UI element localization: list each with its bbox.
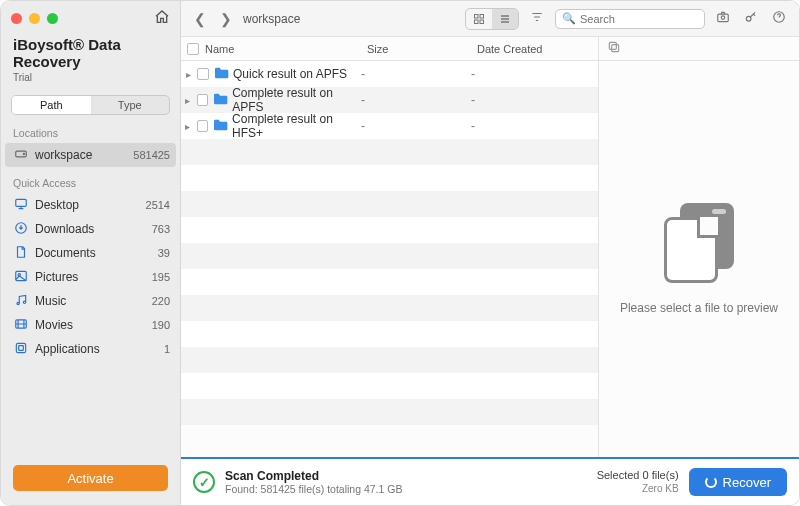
row-name: Complete result on HFS+ [232, 112, 361, 140]
status-subtitle: Found: 581425 file(s) totaling 47.1 GB [225, 483, 402, 495]
selection-count: Selected 0 file(s) [597, 469, 679, 482]
sidebar-item-label: Applications [35, 342, 164, 356]
svg-rect-13 [475, 20, 479, 24]
table-row [181, 139, 598, 165]
sidebar: iBoysoft® Data Recovery Trial Path Type … [1, 1, 181, 505]
sidebar-item-count: 1 [164, 343, 170, 355]
svg-rect-2 [16, 199, 27, 206]
svg-point-17 [746, 16, 751, 21]
nav-back-button[interactable]: ❮ [191, 11, 209, 27]
row-checkbox[interactable] [197, 68, 209, 80]
sidebar-item-workspace[interactable]: workspace 581425 [5, 143, 176, 167]
file-rows: ▸ Quick result on APFS - - ▸ [181, 61, 598, 457]
minimize-window-button[interactable] [29, 13, 40, 24]
folder-icon [212, 92, 228, 108]
table-row [181, 399, 598, 425]
chevron-right-icon[interactable]: ▸ [183, 121, 193, 132]
app-title: iBoysoft® Data Recovery [1, 32, 180, 72]
folder-icon [213, 66, 229, 82]
sidebar-item-count: 2514 [146, 199, 170, 211]
sidebar-item-desktop[interactable]: Desktop 2514 [1, 193, 180, 217]
sidebar-item-documents[interactable]: Documents 39 [1, 241, 180, 265]
column-header-size[interactable]: Size [361, 43, 471, 55]
chevron-right-icon[interactable]: ▸ [183, 69, 193, 80]
sidebar-item-count: 195 [152, 271, 170, 283]
table-row[interactable]: ▸ Complete result on APFS - - [181, 87, 598, 113]
sidebar-item-label: Downloads [35, 222, 152, 236]
recover-button[interactable]: Recover [689, 468, 787, 496]
table-row[interactable]: ▸ Complete result on HFS+ - - [181, 113, 598, 139]
selection-summary: Selected 0 file(s) Zero KB [597, 469, 679, 494]
quick-access-heading: Quick Access [1, 173, 180, 193]
row-date: - [471, 93, 598, 107]
svg-rect-9 [16, 343, 25, 352]
table-row[interactable]: ▸ Quick result on APFS - - [181, 61, 598, 87]
activate-button[interactable]: Activate [13, 465, 168, 491]
window-titlebar [1, 1, 180, 32]
desktop-icon [13, 197, 29, 214]
svg-rect-12 [480, 14, 484, 18]
sidebar-item-count: 581425 [133, 149, 170, 161]
table-row [181, 217, 598, 243]
row-size: - [361, 119, 471, 133]
status-check-icon: ✓ [193, 471, 215, 493]
svg-rect-11 [475, 14, 479, 18]
row-size: - [361, 67, 471, 81]
svg-rect-19 [612, 45, 619, 52]
column-header-date[interactable]: Date Created [471, 43, 598, 55]
sidebar-item-label: workspace [35, 148, 133, 162]
help-icon[interactable] [769, 10, 789, 27]
recover-button-label: Recover [723, 475, 771, 490]
sidebar-item-music[interactable]: Music 220 [1, 289, 180, 313]
disk-icon [13, 147, 29, 164]
picture-icon [13, 269, 29, 286]
search-input[interactable] [580, 13, 718, 25]
view-mode-grid[interactable] [466, 9, 492, 29]
home-icon[interactable] [154, 9, 170, 28]
column-header-name-label: Name [205, 43, 234, 55]
row-checkbox[interactable] [197, 94, 209, 106]
filter-icon[interactable] [527, 10, 547, 27]
status-text: Scan Completed Found: 581425 file(s) tot… [225, 469, 402, 495]
view-mode-list[interactable] [492, 9, 518, 29]
row-date: - [471, 67, 598, 81]
table-row [181, 269, 598, 295]
toolbar: ❮ ❯ workspace 🔍 [181, 1, 799, 37]
chevron-right-icon[interactable]: ▸ [183, 95, 193, 106]
svg-rect-14 [480, 20, 484, 24]
sidebar-item-downloads[interactable]: Downloads 763 [1, 217, 180, 241]
selection-size: Zero KB [597, 483, 679, 495]
sidebar-item-pictures[interactable]: Pictures 195 [1, 265, 180, 289]
recover-spinner-icon [705, 476, 717, 488]
movie-icon [13, 317, 29, 334]
sidebar-item-label: Desktop [35, 198, 146, 212]
camera-icon[interactable] [713, 10, 733, 27]
preview-column: Please select a file to preview [599, 37, 799, 457]
svg-rect-20 [609, 42, 616, 49]
sidebar-item-movies[interactable]: Movies 190 [1, 313, 180, 337]
sidebar-item-applications[interactable]: Applications 1 [1, 337, 180, 361]
breadcrumb: workspace [243, 12, 300, 26]
key-icon[interactable] [741, 10, 761, 27]
search-field[interactable]: 🔍 [555, 9, 705, 29]
license-label: Trial [1, 72, 180, 91]
close-window-button[interactable] [11, 13, 22, 24]
row-checkbox[interactable] [197, 120, 209, 132]
sidebar-item-count: 190 [152, 319, 170, 331]
sidebar-item-count: 39 [158, 247, 170, 259]
window-controls [11, 13, 58, 24]
maximize-window-button[interactable] [47, 13, 58, 24]
svg-point-7 [23, 301, 25, 303]
table-row [181, 243, 598, 269]
locations-heading: Locations [1, 123, 180, 143]
row-size: - [361, 93, 471, 107]
table-row [181, 321, 598, 347]
copy-icon[interactable] [607, 40, 621, 57]
segmented-type[interactable]: Type [91, 96, 170, 114]
column-header-name[interactable]: Name [181, 43, 361, 55]
row-name: Quick result on APFS [233, 67, 347, 81]
segmented-path[interactable]: Path [12, 96, 91, 114]
nav-forward-button[interactable]: ❯ [217, 11, 235, 27]
select-all-checkbox[interactable] [187, 43, 199, 55]
sidebar-item-label: Movies [35, 318, 152, 332]
